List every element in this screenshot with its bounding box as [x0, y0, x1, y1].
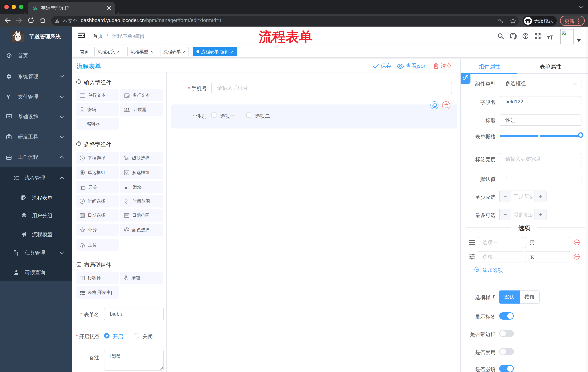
svg-text:123: 123 — [124, 108, 129, 111]
